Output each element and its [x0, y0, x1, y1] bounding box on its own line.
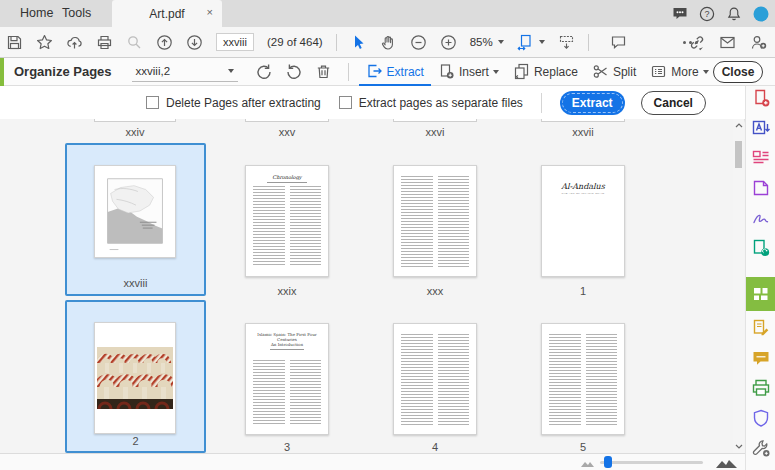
thumbnail-5[interactable]: [541, 323, 625, 435]
page-range-dropdown[interactable]: xxviii,2: [132, 62, 238, 82]
insert-tool[interactable]: Insert: [431, 58, 506, 86]
page-label: xxviii: [67, 277, 204, 289]
book-subtitle: THE ART OF ISLAMIC SPAIN: [542, 192, 624, 195]
next-page-icon[interactable]: [186, 34, 203, 51]
page-label: 5: [541, 441, 625, 453]
thumbnail-size-slider-handle[interactable]: [604, 456, 612, 468]
hand-tool-icon[interactable]: [380, 34, 397, 51]
page-label: xxvii: [541, 126, 625, 138]
scrollbar-thumb[interactable]: [735, 141, 742, 168]
create-pdf-icon[interactable]: [746, 86, 775, 110]
scroll-up-icon[interactable]: [734, 121, 743, 130]
page-label: xxx: [393, 285, 477, 297]
more-tools-icon[interactable]: [746, 436, 775, 460]
export-pdf-icon[interactable]: [746, 116, 775, 140]
delete-after-checkbox[interactable]: [146, 96, 159, 109]
partial-page-thumbnail[interactable]: [245, 119, 329, 122]
account-avatar[interactable]: [753, 6, 769, 22]
insert-label: Insert: [459, 65, 489, 79]
notifications-bell-icon[interactable]: [726, 6, 742, 22]
scroll-down-icon[interactable]: [734, 442, 743, 451]
save-icon[interactable]: [6, 34, 23, 51]
toolbar-separator: [588, 34, 589, 51]
help-icon[interactable]: ?: [699, 6, 715, 22]
svg-text:?: ?: [704, 9, 709, 19]
select-tool-icon[interactable]: [350, 34, 367, 51]
protect-icon[interactable]: [746, 406, 775, 430]
text-column: [401, 176, 433, 267]
separate-files-label[interactable]: Extract pages as separate files: [359, 96, 523, 110]
page-label: 4: [393, 441, 477, 453]
zoom-in-icon[interactable]: [440, 34, 457, 51]
fit-page-icon: [517, 34, 534, 51]
combine-files-icon[interactable]: [746, 176, 775, 200]
thumbnail-xxix[interactable]: Chronology: [245, 165, 329, 277]
thumbnail-selected-2[interactable]: 2: [65, 300, 206, 453]
partial-page-thumbnail[interactable]: [541, 119, 625, 122]
search-icon[interactable]: [126, 34, 143, 51]
chevron-down-icon: [703, 70, 709, 74]
replace-tool[interactable]: Replace: [506, 58, 585, 86]
heading-rule: [270, 349, 304, 350]
text-column: [586, 334, 618, 425]
tab-home[interactable]: Home: [20, 6, 53, 20]
organize-green-accent: [0, 58, 4, 86]
delete-pages-icon[interactable]: [314, 62, 334, 82]
request-signatures-icon[interactable]: [746, 316, 775, 340]
close-tab-icon[interactable]: ×: [207, 6, 213, 18]
split-tool[interactable]: Split: [585, 58, 643, 86]
zoom-level-control[interactable]: 85%: [470, 36, 504, 48]
partial-page-thumbnail[interactable]: [393, 119, 477, 122]
thumbnail-4[interactable]: [393, 323, 477, 435]
extract-confirm-button[interactable]: Extract: [560, 91, 625, 115]
email-icon[interactable]: [719, 34, 736, 51]
add-user-icon[interactable]: [750, 34, 767, 51]
rotate-clockwise-icon[interactable]: [284, 62, 304, 82]
text-column: [253, 186, 285, 267]
tab-tools[interactable]: Tools: [62, 6, 91, 20]
scan-and-ocr-icon[interactable]: [746, 376, 775, 400]
organize-pages-tool-active[interactable]: [746, 277, 775, 311]
text-column: [438, 334, 470, 425]
zoom-in-thumbnails-icon[interactable]: [716, 457, 737, 468]
thumbnail-xxx[interactable]: [393, 165, 477, 277]
page-number-input[interactable]: xxviii: [216, 33, 254, 51]
cancel-button[interactable]: Cancel: [641, 91, 706, 115]
zoom-out-icon[interactable]: [410, 34, 427, 51]
book-title: Al-Andalus: [542, 182, 624, 191]
fill-and-sign-icon[interactable]: [746, 206, 775, 230]
print-icon[interactable]: [96, 34, 113, 51]
tools-sidebar: [745, 86, 775, 470]
close-button[interactable]: Close: [713, 61, 763, 83]
thumbnail-selected-xxviii[interactable]: xxviii: [65, 143, 206, 296]
chat-icon[interactable]: [672, 7, 688, 21]
thumbnail-size-slider-track[interactable]: [600, 461, 703, 464]
rotate-counterclockwise-icon[interactable]: [254, 62, 274, 82]
thumbnail-3[interactable]: Islamic Spain: The First Four Centuries …: [245, 323, 329, 435]
delete-after-label[interactable]: Delete Pages after extracting: [166, 96, 321, 110]
star-icon[interactable]: [36, 34, 53, 51]
chevron-down-icon: [228, 69, 234, 73]
comment-icon[interactable]: [610, 34, 627, 51]
comment-tool-icon[interactable]: [746, 346, 775, 370]
page-count-label: (29 of 464): [267, 36, 323, 48]
more-tool[interactable]: More: [643, 58, 715, 86]
extract-icon: [366, 63, 383, 80]
tab-document[interactable]: Art.pdf ×: [112, 0, 222, 27]
share-cloud-icon[interactable]: [66, 34, 83, 51]
page-display-icon[interactable]: [558, 34, 575, 51]
zoom-out-thumbnails-icon[interactable]: [581, 459, 596, 467]
fit-page-control[interactable]: [517, 34, 545, 51]
vertical-scrollbar[interactable]: [733, 119, 744, 453]
separate-files-checkbox[interactable]: [339, 96, 352, 109]
extract-tool[interactable]: Extract: [359, 58, 431, 86]
edit-pdf-icon[interactable]: [746, 146, 775, 170]
text-column: [549, 334, 581, 425]
previous-page-icon[interactable]: [156, 34, 173, 51]
link-icon[interactable]: [688, 34, 705, 51]
page-label: xxiv: [93, 126, 177, 138]
partial-page-thumbnail[interactable]: [94, 119, 176, 122]
send-for-comments-icon[interactable]: [746, 236, 775, 260]
thumbnail-1[interactable]: Al-Andalus THE ART OF ISLAMIC SPAIN: [541, 165, 625, 277]
chapter-title-line: An Introduction: [252, 342, 322, 347]
